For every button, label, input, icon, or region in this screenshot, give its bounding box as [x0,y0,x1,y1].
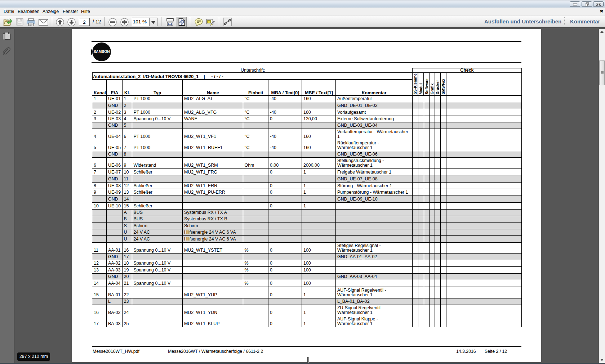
svg-text:T: T [208,19,210,23]
